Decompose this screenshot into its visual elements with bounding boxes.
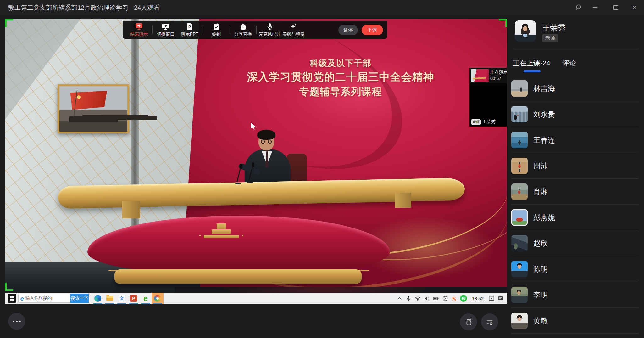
crowd-silhouette	[69, 116, 118, 122]
participant-row[interactable]: 周沛	[507, 153, 644, 179]
wifi-icon	[414, 295, 421, 301]
participant-row[interactable]: 黄敏	[507, 308, 644, 334]
participant-avatar	[511, 106, 528, 122]
participant-name: 王春连	[533, 135, 555, 145]
file-explorer-icon	[104, 293, 116, 304]
toolbar-item-sign-in[interactable]: 签到	[204, 21, 228, 38]
participant-row[interactable]: 赵欣	[507, 230, 644, 256]
toolbar-separator	[152, 26, 153, 34]
clock: 13:52	[472, 296, 484, 301]
toolbar-item-microphone-on[interactable]: 麦克风已开	[258, 21, 282, 38]
video-player-icon	[488, 295, 495, 301]
gold-emblem	[194, 223, 248, 238]
toolbar-item-beauty-mirror[interactable]: 美颜与镜像	[282, 21, 306, 38]
participant-avatar	[511, 313, 528, 329]
participant-name: 林吉海	[533, 84, 555, 93]
participant-row[interactable]: 刘永贵	[507, 101, 644, 127]
toolbar-item-label: 结束演示	[130, 31, 148, 37]
pip-name-label: 老师 王荣秀	[471, 119, 496, 125]
tab-comments[interactable]: 评论	[562, 59, 576, 68]
pause-button[interactable]: 暂停	[338, 25, 358, 35]
participant-avatar	[511, 209, 528, 226]
pip-panel[interactable]: 正在演示 00:57 老师 王荣秀	[469, 68, 507, 127]
pip-stream-thumbnail[interactable]	[471, 69, 489, 82]
participant-row[interactable]: 肖湘	[507, 179, 644, 205]
toolbar-item-present-ppt[interactable]: P演示PPT	[178, 21, 202, 38]
toolbar-item-share-live[interactable]: 分享直播	[231, 21, 255, 38]
pip-timer: 00:57	[490, 76, 507, 81]
presenter-glasses	[260, 140, 273, 144]
toolbar-item-end-presentation[interactable]: 结束演示	[127, 21, 151, 38]
action-center-icon	[497, 295, 504, 301]
shared-screen-video: 科级及以下干部 深入学习贯彻党的二十届三中全会精神 专题辅导系列课程 结束演示切…	[5, 19, 507, 304]
slide-title-text: 科级及以下干部 深入学习贯彻党的二十届三中全会精神 专题辅导系列课程	[243, 57, 438, 99]
participants-list: 林吉海刘永贵王春连周沛肖湘彭燕妮赵欣陈明李明黄敏	[507, 76, 644, 338]
chevron-up-icon	[396, 295, 402, 301]
desk-support	[395, 193, 411, 208]
maximize-button[interactable]	[608, 0, 623, 15]
taskbar-app-icons	[92, 293, 164, 304]
close-button[interactable]: ✕	[627, 0, 642, 15]
flag-picture-frame	[58, 84, 129, 133]
present-ppt-icon: P	[186, 23, 193, 31]
participant-avatar	[511, 183, 528, 200]
list-visibility-button[interactable]	[481, 313, 498, 330]
participant-name: 刘永贵	[533, 110, 555, 119]
participant-name: 黄敏	[533, 316, 548, 326]
circled-x-icon	[442, 295, 448, 301]
slide-line: 专题辅导系列课程	[243, 84, 438, 99]
minimize-button[interactable]	[588, 0, 602, 15]
close-icon: ✕	[632, 4, 637, 11]
participant-row[interactable]: 彭燕妮	[507, 205, 644, 230]
participant-name: 彭燕妮	[533, 213, 555, 223]
more-options-button[interactable]	[8, 313, 25, 330]
microphone-prop	[233, 164, 245, 184]
participant-row[interactable]: 陈明	[507, 256, 644, 282]
microphone-on-icon	[266, 23, 274, 31]
system-tray: S 63 13:52	[396, 295, 507, 302]
teacher-role-badge: 老师	[542, 34, 558, 42]
toolbar-separator	[203, 26, 203, 34]
toolbar-item-label: 麦克风已开	[259, 31, 281, 37]
svg-text:P: P	[188, 25, 191, 29]
pip-header: 正在演示 00:57	[469, 68, 507, 83]
participant-row[interactable]: 李明	[507, 282, 644, 308]
presenter-toolbar: 结束演示切换窗口P演示PPT签到分享直播麦克风已开美颜与镜像 暂停 下课	[123, 21, 387, 39]
end-class-button[interactable]: 下课	[362, 25, 383, 35]
share-region-marker	[5, 283, 13, 291]
toolbar-item-switch-window[interactable]: 切换窗口	[154, 21, 178, 38]
switch-window-icon	[162, 23, 170, 31]
participant-avatar	[511, 287, 528, 303]
active-tab-indicator	[524, 70, 541, 72]
green-browser-icon	[140, 293, 152, 304]
share-live-icon	[239, 23, 247, 31]
pip-status-label: 正在演示	[490, 70, 507, 75]
toolbar-separator	[230, 26, 230, 34]
participant-name: 赵欣	[533, 239, 548, 248]
pip-info: 正在演示 00:57	[490, 68, 507, 83]
pedestal-gold-base	[114, 269, 362, 284]
end-presentation-icon	[135, 23, 143, 31]
tab-in-class[interactable]: 正在上课·24	[513, 59, 550, 68]
rotate-icon	[464, 318, 473, 326]
list-eye-icon	[486, 318, 494, 326]
divider	[514, 50, 638, 50]
minimize-icon	[593, 7, 597, 8]
magnifier-icon[interactable]	[571, 0, 586, 15]
share-region-marker	[5, 19, 13, 27]
participant-avatar	[511, 235, 528, 251]
rotate-screen-button[interactable]	[460, 313, 477, 330]
teacher-name: 王荣秀	[542, 23, 566, 33]
participant-row[interactable]: 林吉海	[507, 76, 644, 101]
sign-in-icon	[213, 23, 220, 31]
toolbar-item-label: 切换窗口	[157, 31, 175, 37]
toolbar-item-label: 分享直播	[234, 31, 252, 37]
tray-badge-63: 63	[460, 295, 467, 302]
beauty-mirror-icon	[290, 23, 298, 31]
participant-row[interactable]: 王春连	[507, 127, 644, 153]
teacher-camera-tile[interactable]: 老师 王荣秀	[469, 83, 507, 127]
teacher-avatar	[515, 20, 536, 42]
toolbar-item-label: 演示PPT	[181, 31, 198, 37]
toolbar-item-label: 美颜与镜像	[283, 31, 305, 37]
microphone-prop	[245, 162, 257, 183]
